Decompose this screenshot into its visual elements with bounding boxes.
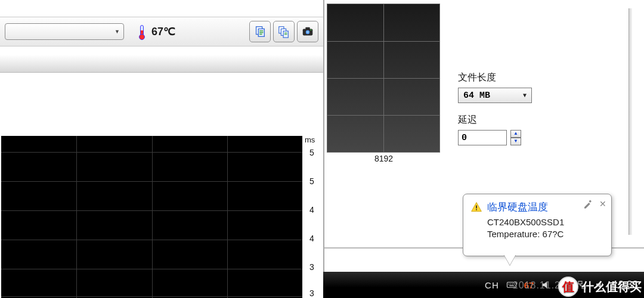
delay-spin-down[interactable]: ▼ xyxy=(510,138,521,145)
svg-rect-16 xyxy=(476,209,477,210)
thermometer-icon xyxy=(137,23,147,40)
warning-icon xyxy=(470,201,482,213)
balloon-tail xyxy=(504,254,516,265)
balloon-settings-icon[interactable] xyxy=(583,199,593,212)
file-length-label: 文件长度 xyxy=(458,72,565,84)
balloon-device: CT240BX500SSD1 xyxy=(487,216,604,228)
svg-rect-15 xyxy=(476,205,477,208)
toolbar: 67℃ xyxy=(0,17,323,46)
balloon-temperature: Temperature: 67?C xyxy=(487,228,604,240)
file-length-value: 64 MB xyxy=(463,91,490,101)
smzdm-watermark: 值 什么值得买 xyxy=(558,277,642,297)
delay-spinner: ▲ ▼ xyxy=(510,130,521,145)
ytick: 3 xyxy=(309,262,314,272)
balloon-title: 临界硬盘温度 xyxy=(487,200,548,214)
balloon-close-icon[interactable]: ✕ xyxy=(599,199,606,212)
copy-button[interactable] xyxy=(249,21,271,42)
temperature-value: 67℃ xyxy=(151,25,175,38)
ytick: 3 xyxy=(309,288,314,298)
column-header-band xyxy=(0,55,323,73)
svg-rect-13 xyxy=(305,27,309,30)
ytick: 5 xyxy=(309,176,314,186)
svg-rect-4 xyxy=(259,34,262,35)
file-length-select[interactable]: 64 MB xyxy=(458,88,532,103)
ime-indicator[interactable]: CH xyxy=(485,280,499,290)
svg-rect-19 xyxy=(510,284,512,285)
copy-all-button[interactable] xyxy=(273,21,295,42)
settings-form: 文件长度 64 MB 延迟 ▲ ▼ xyxy=(458,72,565,145)
block-chart-x-max: 8192 xyxy=(374,154,393,163)
svg-rect-3 xyxy=(259,32,263,33)
block-size-chart xyxy=(327,4,440,153)
ytick: 4 xyxy=(309,234,314,243)
svg-point-14 xyxy=(311,29,312,30)
svg-rect-18 xyxy=(509,284,510,285)
latency-chart xyxy=(1,136,302,298)
drive-select-combo[interactable] xyxy=(5,23,124,40)
crystal-diskinfo-window: 67℃ ms 5 5 4 4 3 3 xyxy=(0,0,323,298)
temperature-indicator: 67℃ xyxy=(137,23,175,40)
screenshot-button[interactable] xyxy=(297,21,318,42)
delay-label: 延迟 xyxy=(458,114,565,126)
svg-rect-9 xyxy=(284,34,287,35)
toolbar-buttons xyxy=(249,21,318,42)
chart-y-unit: ms xyxy=(305,135,315,144)
smzdm-badge-icon: 值 xyxy=(558,277,578,297)
temperature-balloon-tip: ✕ 临界硬盘温度 CT240BX500SSD1 Temperature: 67?… xyxy=(463,194,612,256)
delay-input[interactable] xyxy=(458,130,507,145)
smzdm-text: 什么值得买 xyxy=(582,279,642,295)
overlay-date-fragment: 2018.11.2 xyxy=(513,280,561,291)
svg-rect-8 xyxy=(284,33,287,33)
svg-point-12 xyxy=(307,31,309,33)
ytick: 4 xyxy=(309,205,314,215)
ytick: 5 xyxy=(309,148,314,157)
window-frame-right xyxy=(628,8,632,235)
delay-spin-up[interactable]: ▲ xyxy=(510,130,521,138)
svg-rect-2 xyxy=(259,30,263,31)
